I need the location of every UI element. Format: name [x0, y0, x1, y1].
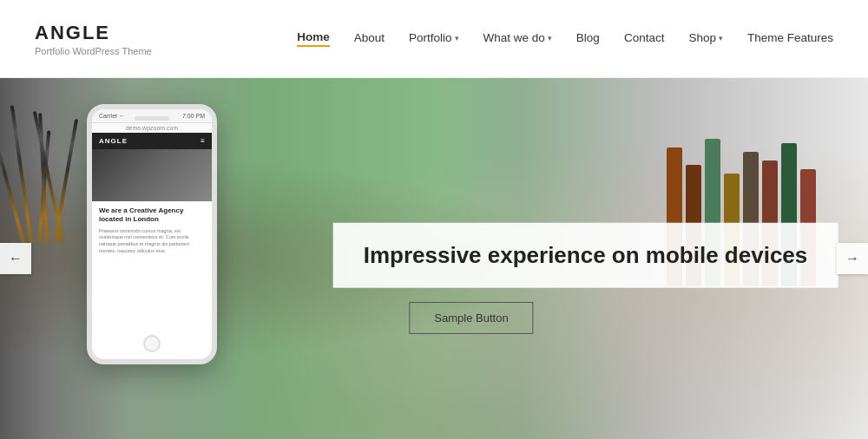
- prev-arrow-button[interactable]: ←: [0, 243, 31, 274]
- phone-nav-menu-icon: ≡: [201, 137, 205, 145]
- brushes-decoration: [17, 87, 69, 243]
- chevron-down-icon: ▾: [719, 34, 723, 43]
- phone-screen-nav: ANGLE ≡: [92, 133, 212, 149]
- phone-content-text: Praesent commodo cursus magna, vel scele…: [99, 228, 205, 255]
- phone-screen-image: [92, 149, 212, 201]
- main-nav: Home About Portfolio ▾ What we do ▾ Blog…: [297, 30, 833, 47]
- sample-button[interactable]: Sample Button: [409, 302, 533, 334]
- left-arrow-icon: ←: [9, 251, 23, 266]
- hero-section: Carrier ← 7:00 PM demo.wpzoom.com ANGLE …: [0, 78, 868, 439]
- phone-nav-logo: ANGLE: [99, 137, 128, 145]
- nav-shop[interactable]: Shop ▾: [688, 31, 723, 46]
- brand: ANGLE Portfolio WordPress Theme: [35, 22, 152, 56]
- phone-url-bar: demo.wpzoom.com: [92, 123, 212, 133]
- nav-about[interactable]: About: [354, 31, 385, 46]
- header: ANGLE Portfolio WordPress Theme Home Abo…: [0, 0, 868, 78]
- nav-contact[interactable]: Contact: [624, 31, 665, 46]
- next-arrow-button[interactable]: →: [837, 243, 868, 274]
- hero-text-box: Impressive experience on mobile devices: [333, 223, 838, 288]
- phone-screen-content: We are a Creative Agency located in Lond…: [92, 201, 212, 260]
- nav-portfolio[interactable]: Portfolio ▾: [409, 31, 459, 46]
- phone-home-button: [143, 335, 161, 352]
- phone-time: 7:00 PM: [182, 113, 205, 119]
- right-arrow-icon: →: [845, 251, 859, 266]
- chevron-down-icon: ▾: [455, 34, 459, 43]
- phone-mockup: Carrier ← 7:00 PM demo.wpzoom.com ANGLE …: [87, 104, 217, 364]
- nav-what-we-do[interactable]: What we do ▾: [483, 31, 552, 46]
- chevron-down-icon: ▾: [548, 34, 552, 43]
- brand-name: ANGLE: [35, 22, 152, 44]
- phone-content-title: We are a Creative Agency located in Lond…: [99, 206, 205, 225]
- nav-theme-features[interactable]: Theme Features: [747, 31, 833, 46]
- nav-home[interactable]: Home: [297, 30, 330, 47]
- phone-carrier: Carrier ←: [99, 113, 125, 119]
- phone-notch: [135, 116, 169, 121]
- hero-title: Impressive experience on mobile devices: [364, 242, 808, 269]
- sample-button-wrapper: Sample Button: [409, 302, 533, 334]
- nav-blog[interactable]: Blog: [576, 31, 600, 46]
- brand-tagline: Portfolio WordPress Theme: [35, 46, 152, 56]
